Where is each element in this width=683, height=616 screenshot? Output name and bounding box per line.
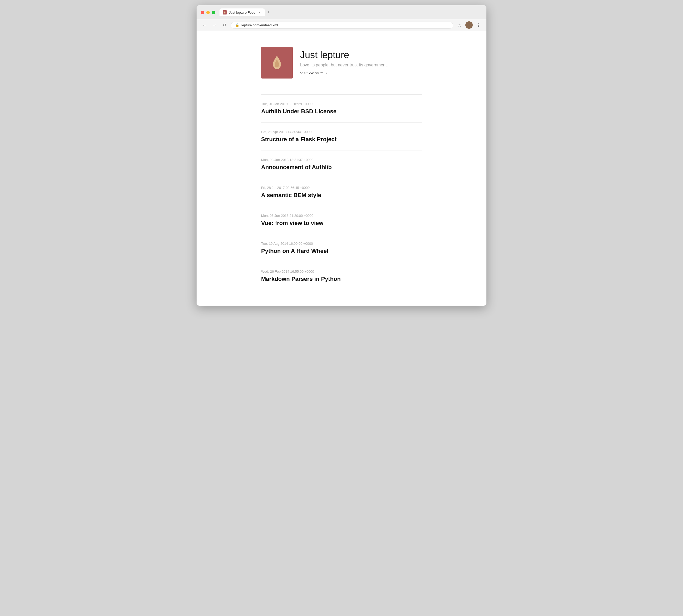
menu-button[interactable]: ⋮ <box>475 21 482 29</box>
page-content: Just lepture Love its people, but never … <box>197 31 486 306</box>
feed-item: Tue, 19 Aug 2014 16:00:00 +0000 Python o… <box>261 234 422 262</box>
lock-icon: 🔒 <box>235 23 239 27</box>
bookmark-button[interactable]: ☆ <box>456 21 463 29</box>
feed-item: Wed, 26 Feb 2014 16:55:00 +0000 Markdown… <box>261 262 422 290</box>
tab-title: Just lepture Feed <box>229 10 255 15</box>
flame-icon <box>270 55 284 71</box>
back-button[interactable]: ← <box>201 21 208 29</box>
address-actions: ☆ ⋮ <box>456 21 482 29</box>
feed-item-date: Tue, 19 Aug 2014 16:00:00 +0000 <box>261 242 422 246</box>
feed-item-title[interactable]: Vue: from view to view <box>261 220 422 226</box>
feed-item-date: Mon, 08 Jan 2018 13:21:37 +0000 <box>261 158 422 162</box>
tab-bar: Just lepture Feed × + <box>220 8 482 16</box>
feed-items-list: Tue, 01 Jan 2019 09:16:29 +0000 Authlib … <box>261 94 422 290</box>
refresh-button[interactable]: ↺ <box>221 21 228 29</box>
feed-subtitle: Love its people, but never trust its gov… <box>300 63 388 67</box>
feed-item: Fri, 28 Jul 2017 02:56:45 +0000 A semant… <box>261 178 422 206</box>
feed-info: Just lepture Love its people, but never … <box>300 47 388 75</box>
address-bar: ← → ↺ 🔒 lepture.com/en/feed.xml ☆ ⋮ <box>197 19 486 31</box>
feed-item-date: Sat, 21 Apr 2018 14:30:44 +0000 <box>261 130 422 134</box>
tab-favicon <box>223 10 227 15</box>
feed-item-date: Tue, 01 Jan 2019 09:16:29 +0000 <box>261 102 422 106</box>
feed-item-title[interactable]: Announcement of Authlib <box>261 164 422 171</box>
feed-item-title[interactable]: Structure of a Flask Project <box>261 136 422 143</box>
new-tab-button[interactable]: + <box>265 8 272 16</box>
feed-item: Mon, 06 Jun 2016 21:20:00 +0000 Vue: fro… <box>261 206 422 234</box>
tab-close-button[interactable]: × <box>258 10 262 15</box>
url-text: lepture.com/en/feed.xml <box>241 23 278 27</box>
address-input[interactable]: 🔒 lepture.com/en/feed.xml <box>231 22 453 29</box>
feed-item-title[interactable]: A semantic BEM style <box>261 192 422 199</box>
feed-item-title[interactable]: Python on A Hard Wheel <box>261 248 422 255</box>
title-bar: Just lepture Feed × + <box>197 5 486 19</box>
feed-item: Sat, 21 Apr 2018 14:30:44 +0000 Structur… <box>261 122 422 150</box>
feed-item: Mon, 08 Jan 2018 13:21:37 +0000 Announce… <box>261 150 422 178</box>
visit-website-link[interactable]: Visit Website → <box>300 71 328 75</box>
forward-button[interactable]: → <box>211 21 218 29</box>
feed-item-title[interactable]: Authlib Under BSD License <box>261 108 422 115</box>
browser-window: Just lepture Feed × + ← → ↺ 🔒 lepture.co… <box>197 5 486 306</box>
feed-logo <box>261 47 293 79</box>
feed-item-title[interactable]: Markdown Parsers in Python <box>261 276 422 282</box>
feed-header: Just lepture Love its people, but never … <box>261 47 422 79</box>
feed-item-date: Mon, 06 Jun 2016 21:20:00 +0000 <box>261 214 422 218</box>
maximize-button[interactable] <box>212 11 215 14</box>
minimize-button[interactable] <box>206 11 210 14</box>
feed-item-date: Wed, 26 Feb 2014 16:55:00 +0000 <box>261 269 422 273</box>
feed-container: Just lepture Love its people, but never … <box>256 47 427 290</box>
active-tab[interactable]: Just lepture Feed × <box>220 8 265 16</box>
traffic-lights <box>201 11 215 14</box>
feed-title: Just lepture <box>300 49 388 61</box>
feed-item: Tue, 01 Jan 2019 09:16:29 +0000 Authlib … <box>261 94 422 122</box>
profile-avatar[interactable] <box>465 21 473 29</box>
close-button[interactable] <box>201 11 204 14</box>
feed-item-date: Fri, 28 Jul 2017 02:56:45 +0000 <box>261 186 422 190</box>
